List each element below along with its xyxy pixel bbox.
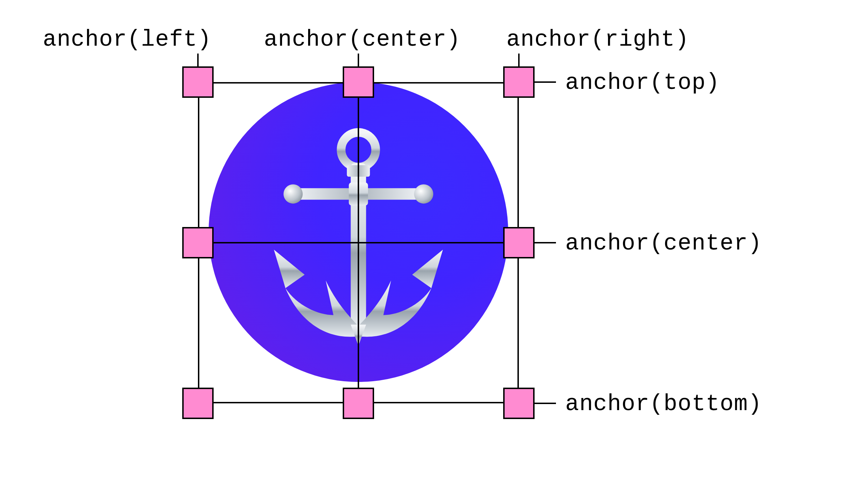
label-anchor-top: anchor(top) — [565, 70, 720, 96]
label-anchor-bottom: anchor(bottom) — [565, 391, 762, 417]
handle-middle-right — [503, 227, 535, 258]
handle-top-right — [503, 66, 535, 98]
handle-top-left — [182, 66, 214, 98]
grid-horizontal-center — [198, 242, 519, 243]
handle-bottom-right — [503, 388, 535, 419]
handle-middle-left — [182, 227, 214, 258]
label-anchor-right: anchor(right) — [506, 27, 689, 52]
label-anchor-center-col: anchor(center) — [264, 27, 461, 52]
leader-row-center — [535, 242, 556, 243]
handle-top-center — [343, 66, 374, 98]
handle-bottom-left — [182, 388, 214, 419]
label-anchor-center-row: anchor(center) — [565, 231, 762, 256]
leader-row-top — [535, 81, 556, 83]
diagram-stage: anchor(left) anchor(center) anchor(right… — [0, 0, 868, 494]
label-anchor-left: anchor(left) — [43, 27, 211, 52]
handle-bottom-center — [343, 388, 374, 419]
leader-row-bottom — [535, 403, 556, 404]
